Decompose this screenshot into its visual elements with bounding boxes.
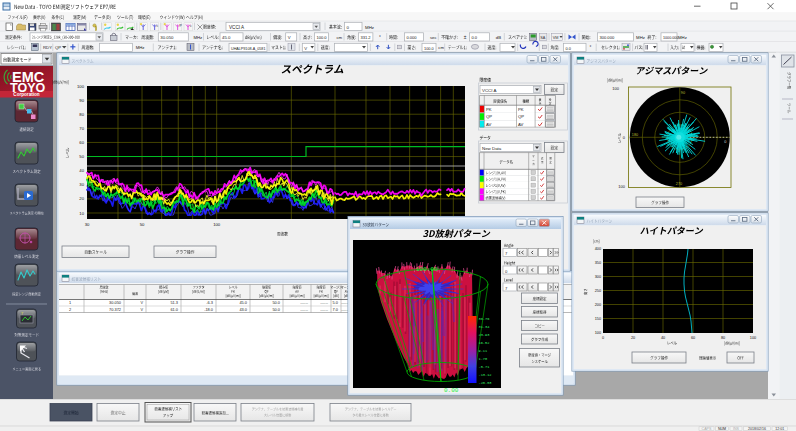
svg-text:100: 100 <box>618 184 625 189</box>
svg-text:QP: QP <box>518 114 524 119</box>
svg-text:38.76: 38.76 <box>479 317 490 321</box>
svg-text:0: 0 <box>602 336 604 340</box>
svg-text:45.0: 45.0 <box>222 35 231 40</box>
svg-text:90: 90 <box>681 91 685 95</box>
svg-text:CAPS: CAPS <box>702 427 712 431</box>
svg-text:0.0: 0.0 <box>565 46 571 51</box>
svg-text:100.00: 100.00 <box>416 266 438 273</box>
svg-text:INS: INS <box>733 427 740 431</box>
svg-text:cm: cm <box>336 35 342 40</box>
svg-text:MHz: MHz <box>365 25 374 30</box>
svg-text:------: ------ <box>300 300 308 305</box>
svg-text:30.050: 30.050 <box>160 35 174 40</box>
svg-text:300.000: 300.000 <box>599 35 615 40</box>
svg-text:23.93: 23.93 <box>479 333 490 337</box>
svg-text:-6.3: -6.3 <box>206 300 213 305</box>
svg-text:180: 180 <box>632 133 638 137</box>
svg-text:43.0: 43.0 <box>239 307 247 312</box>
svg-text:7.0: 7.0 <box>333 307 339 312</box>
svg-text:1.70: 1.70 <box>479 357 488 361</box>
svg-text:0.000: 0.000 <box>406 35 417 40</box>
svg-text:30.050: 30.050 <box>109 300 122 305</box>
svg-text:VCCI A: VCCI A <box>482 88 496 93</box>
svg-text:------: ------ <box>320 300 328 305</box>
svg-text:40: 40 <box>79 168 84 173</box>
svg-text:30: 30 <box>85 222 90 227</box>
svg-text:MHz: MHz <box>678 35 687 40</box>
svg-text:------: ------ <box>300 307 308 312</box>
svg-text:100.0: 100.0 <box>424 46 435 51</box>
svg-text:100: 100 <box>213 222 221 227</box>
svg-text:°: ° <box>379 35 381 40</box>
svg-text:-18.0: -18.0 <box>204 307 214 312</box>
svg-text:RDY: RDY <box>43 45 52 50</box>
svg-text:100: 100 <box>595 331 601 335</box>
svg-text:cm: cm <box>438 45 444 50</box>
svg-text:1: 1 <box>69 300 71 305</box>
svg-text:150: 150 <box>595 317 601 321</box>
svg-text:0.00: 0.00 <box>444 387 459 394</box>
svg-text:60: 60 <box>79 140 84 145</box>
svg-text:dB: dB <box>496 35 501 40</box>
svg-text:-13.12: -13.12 <box>479 373 492 377</box>
svg-text:New Data: New Data <box>482 146 502 151</box>
svg-text:70.372: 70.372 <box>109 307 121 312</box>
svg-text:70: 70 <box>79 126 84 131</box>
svg-text:°: ° <box>590 45 592 50</box>
svg-text:UHALP9108-A_0581: UHALP9108-A_0581 <box>231 47 265 51</box>
svg-text:331.2: 331.2 <box>360 35 371 40</box>
svg-text:-20.53: -20.53 <box>479 381 492 385</box>
svg-text:VM: VM <box>553 36 559 40</box>
svg-text:SA: SA <box>540 36 546 40</box>
svg-text:300: 300 <box>595 275 601 279</box>
svg-text:MHz: MHz <box>636 35 645 40</box>
svg-text:12:01: 12:01 <box>775 427 784 431</box>
svg-text:V: V <box>304 46 307 51</box>
svg-text:50.0: 50.0 <box>272 300 280 305</box>
svg-text:40: 40 <box>661 336 665 340</box>
svg-text:100: 100 <box>612 86 619 91</box>
svg-text:400: 400 <box>595 247 601 251</box>
svg-text:100: 100 <box>750 336 756 340</box>
svg-text:61.0: 61.0 <box>170 307 178 312</box>
svg-text:------: ------ <box>320 307 328 312</box>
svg-text:270: 270 <box>676 182 682 186</box>
svg-text:PK: PK <box>518 107 524 112</box>
svg-text:200: 200 <box>595 303 601 307</box>
svg-text:V: V <box>140 307 143 312</box>
svg-text:2018/02/16: 2018/02/16 <box>748 427 766 431</box>
svg-text:0.0: 0.0 <box>471 35 477 40</box>
svg-text:1000.000: 1000.000 <box>663 36 678 40</box>
svg-text:PK: PK <box>486 107 492 112</box>
svg-text:2: 2 <box>69 307 71 312</box>
svg-text:9.11: 9.11 <box>479 349 488 353</box>
svg-text:Corporation: Corporation <box>13 92 39 97</box>
svg-text:31.34: 31.34 <box>479 325 490 329</box>
svg-text:10: 10 <box>79 211 84 216</box>
svg-text:350: 350 <box>595 261 601 265</box>
svg-text:45.0: 45.0 <box>239 300 247 305</box>
svg-text:100.0: 100.0 <box>316 35 327 40</box>
svg-text:VCCI A: VCCI A <box>229 25 245 30</box>
svg-text:80: 80 <box>721 336 725 340</box>
svg-text:80: 80 <box>79 112 84 117</box>
svg-text:V: V <box>288 35 291 40</box>
svg-text:V: V <box>140 300 143 305</box>
svg-text:20: 20 <box>79 196 84 201</box>
svg-text:QP: QP <box>55 45 61 50</box>
svg-text:5.0: 5.0 <box>333 300 339 305</box>
svg-text:100: 100 <box>77 84 85 89</box>
svg-text:NUM: NUM <box>718 427 726 431</box>
svg-text:c: c <box>190 24 192 28</box>
svg-text:51.3: 51.3 <box>170 300 178 305</box>
svg-text:AV: AV <box>486 122 491 127</box>
svg-text:c: c <box>157 24 159 28</box>
svg-text:50: 50 <box>140 222 145 227</box>
svg-text:250: 250 <box>595 289 601 293</box>
svg-text:50: 50 <box>79 154 84 159</box>
svg-text:20: 20 <box>631 336 635 340</box>
svg-text:30: 30 <box>79 182 84 187</box>
svg-text:AV: AV <box>518 122 523 127</box>
svg-text:50.0: 50.0 <box>272 307 280 312</box>
svg-text:0: 0 <box>724 140 726 144</box>
